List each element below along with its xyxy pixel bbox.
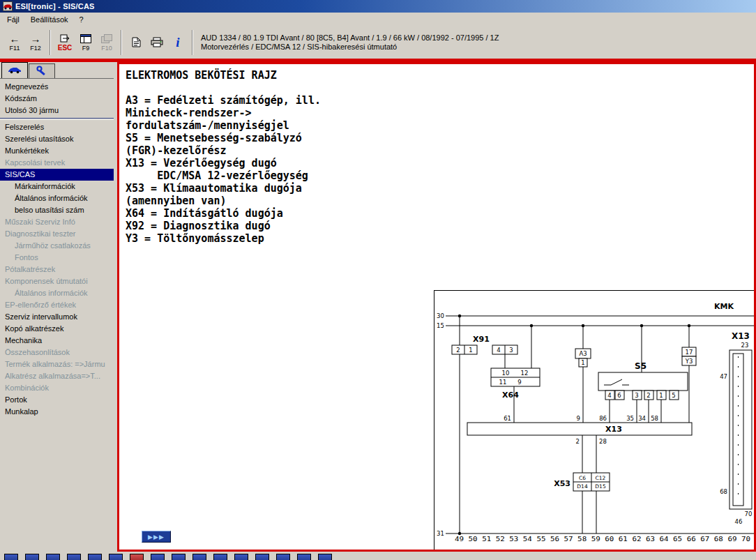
svg-text:28: 28 — [599, 438, 607, 445]
menu-file[interactable]: Fájl — [1, 13, 25, 26]
escape-button[interactable]: ESC — [54, 29, 75, 56]
sidebar-item-belso-utasitasi-szam[interactable]: belso utasítási szám — [0, 204, 114, 216]
cropped-toolbar-icon[interactable] — [192, 554, 206, 560]
connector-x13-plug — [729, 350, 752, 509]
cropped-toolbar-icon[interactable] — [318, 554, 332, 560]
f10-key-label: F10 — [101, 45, 112, 52]
sidebar-item-kodszam[interactable]: Kódszám — [0, 93, 114, 105]
svg-text:D14: D14 — [577, 483, 588, 490]
menu-bar: Fájl Beállítások ? — [0, 13, 756, 27]
svg-text:1: 1 — [469, 347, 472, 354]
sidebar-item-altalanos-informaciok[interactable]: Általános információk — [0, 192, 114, 204]
svg-text:31: 31 — [437, 530, 444, 537]
toolbar: ← F11 → F12 ESC F9 F10 i A — [0, 27, 756, 59]
svg-text:1: 1 — [659, 392, 663, 399]
svg-text:17: 17 — [686, 349, 693, 356]
sidebar-item-fontos: Fontos — [0, 252, 114, 264]
toolbar-separator — [121, 30, 122, 55]
svg-text:6: 6 — [617, 392, 621, 399]
svg-text:9: 9 — [577, 415, 580, 422]
sidebar-item-muszaki-szerviz-info: Műszaki Szerviz Infó — [0, 216, 114, 228]
sidebar-item-munkalap[interactable]: Munkalap — [0, 406, 114, 418]
next-page-button[interactable]: ▶▶▶ — [142, 531, 171, 543]
vehicle-info-line1: AUD 1334 / 80 1.9 TDI Avant / 80 [8C5, B… — [201, 33, 499, 43]
cropped-toolbar-icon[interactable] — [255, 554, 269, 560]
cropped-toolbar-icon[interactable] — [234, 554, 248, 560]
cropped-toolbar-icon[interactable] — [172, 554, 186, 560]
svg-text:2: 2 — [576, 438, 580, 445]
svg-text:C12: C12 — [596, 475, 606, 481]
back-key-label: F11 — [10, 45, 20, 52]
svg-text:11: 11 — [499, 379, 507, 386]
svg-text:35: 35 — [626, 415, 634, 422]
arrow-left-icon: ← — [10, 33, 20, 45]
sidebar-item-osszehasonlitasok: Összehasonlítások — [0, 347, 114, 358]
menu-help[interactable]: ? — [74, 13, 89, 26]
print-button[interactable] — [146, 29, 167, 56]
f9-button[interactable]: F9 — [75, 29, 96, 56]
bottom-toolbar — [0, 552, 756, 560]
toolbar-separator — [192, 30, 193, 55]
svg-text:X53: X53 — [554, 479, 570, 488]
svg-text:10: 10 — [502, 370, 510, 377]
sidebar-item-megnevezes[interactable]: Megnevezés — [0, 81, 114, 93]
escape-label: ESC — [58, 44, 73, 52]
svg-text:46: 46 — [735, 518, 743, 525]
svg-text:47: 47 — [720, 373, 727, 380]
tab-vehicle[interactable] — [1, 62, 28, 78]
document-button[interactable] — [126, 29, 146, 56]
svg-text:KMK: KMK — [714, 302, 734, 311]
cropped-toolbar-icon[interactable] — [276, 554, 290, 560]
sidebar-item-markainformaciok[interactable]: Márkainformációk — [0, 181, 114, 192]
svg-text:49 50 51 52 53 54 55 56 57 58: 49 50 51 52 53 54 55 56 57 58 59 60 61 6… — [455, 536, 750, 543]
vehicle-info-line2: Motorvezérlés / EDC/MSA 12 / SIS-hibaker… — [201, 43, 499, 52]
svg-text:9: 9 — [517, 379, 521, 386]
cropped-toolbar-icon[interactable] — [88, 554, 102, 560]
f9-key-label: F9 — [82, 45, 90, 52]
svg-text:S5: S5 — [635, 361, 647, 371]
menu-settings[interactable]: Beállítások — [25, 13, 74, 26]
back-button[interactable]: ← F11 — [4, 29, 25, 56]
sidebar-item-utolso-30-jarmu[interactable]: Utolsó 30 jármu — [0, 105, 114, 116]
tab-components[interactable] — [29, 63, 55, 78]
sidebar-item-mechanika[interactable]: Mechanika — [0, 335, 114, 347]
cropped-toolbar-icon[interactable] — [151, 554, 165, 560]
cropped-toolbar-icon[interactable] — [109, 554, 123, 560]
sidebar-item-szerelesi-utasitasok[interactable]: Szerelési utasítások — [0, 133, 114, 145]
forward-button[interactable]: → F12 — [25, 29, 46, 56]
cropped-toolbar-icon[interactable] — [4, 554, 18, 560]
svg-text:X64: X64 — [502, 391, 519, 400]
sidebar-item-portok[interactable]: Portok — [0, 394, 114, 406]
sidebar-list: Megnevezés Kódszám Utolsó 30 jármu Felsz… — [0, 79, 114, 418]
content-panel: ELEKTROMOS BEKÖTÉSI RAJZ A3 = Fedélzeti … — [117, 62, 756, 552]
main-area: Megnevezés Kódszám Utolsó 30 jármu Felsz… — [0, 62, 756, 552]
svg-text:3: 3 — [509, 347, 513, 354]
svg-text:1: 1 — [581, 359, 584, 366]
svg-text:D15: D15 — [595, 483, 606, 490]
cropped-toolbar-icon[interactable] — [46, 554, 60, 560]
svg-text:4: 4 — [497, 347, 500, 354]
sidebar-item-felszereles[interactable]: Felszerelés — [0, 121, 114, 133]
cropped-toolbar-icon[interactable] — [25, 554, 39, 560]
sidebar-item-munkertekek[interactable]: Munkértékek — [0, 145, 114, 157]
title-bar[interactable]: ESI[tronic] - SIS/CAS — [0, 0, 756, 13]
svg-text:Y3: Y3 — [685, 358, 693, 365]
sidebar-item-sis-cas[interactable]: SIS/CAS — [0, 169, 114, 181]
cropped-toolbar-icon[interactable] — [297, 554, 311, 560]
svg-text:5: 5 — [672, 392, 675, 399]
svg-text:68: 68 — [720, 488, 727, 495]
cropped-toolbar-icon[interactable] — [130, 554, 144, 560]
panel-icon — [80, 34, 91, 45]
escape-icon — [60, 34, 70, 44]
wiring-diagram: KMK 30 15 31 49 50 51 52 53 54 55 56 57 … — [434, 290, 756, 551]
sidebar-item-kopo-alkatreszek[interactable]: Kopó alkatrészek — [0, 323, 114, 335]
info-button[interactable]: i — [167, 29, 188, 56]
document-icon — [132, 37, 141, 49]
svg-text:12: 12 — [521, 370, 529, 377]
printer-icon — [151, 37, 163, 49]
sidebar-item-szerviz-intervallumok[interactable]: Szerviz intervallumok — [0, 311, 114, 323]
windows-icon — [101, 34, 112, 45]
cropped-toolbar-icon[interactable] — [213, 554, 227, 560]
info-icon: i — [176, 36, 179, 50]
cropped-toolbar-icon[interactable] — [67, 554, 81, 560]
